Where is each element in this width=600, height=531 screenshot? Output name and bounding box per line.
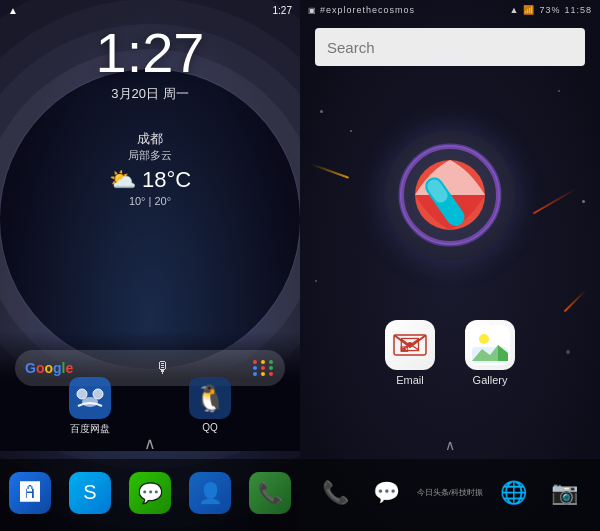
qq-app[interactable]: 🐧 QQ: [189, 377, 231, 436]
app-store-button[interactable]: 🅰: [9, 472, 51, 514]
message-button[interactable]: 💬: [366, 472, 408, 514]
globe-button[interactable]: 🌐: [492, 472, 534, 514]
email-label: Email: [396, 374, 424, 386]
weather-temp-range: 10° | 20°: [0, 195, 300, 207]
center-app[interactable]: [385, 130, 515, 260]
left-time-display: 1:27: [0, 25, 300, 81]
weather-city: 成都: [0, 130, 300, 148]
app-icon-svg: [395, 140, 505, 250]
left-date: 3月20日 周一: [0, 85, 300, 103]
phone-button-right[interactable]: 📞: [315, 472, 357, 514]
weather-condition: 局部多云: [0, 148, 300, 163]
right-time: 11:58: [564, 5, 592, 15]
app-icon-bg: [385, 130, 515, 260]
camera-icon: 📷: [551, 480, 578, 506]
left-phone: ▲ 1:27 1:27 3月20日 周一 成都 局部多云 ⛅ 18°C 10° …: [0, 0, 300, 531]
svg-point-1: [93, 389, 103, 399]
globe-icon: 🌐: [500, 480, 527, 506]
svg-point-2: [82, 397, 98, 407]
left-status-bar: ▲ 1:27: [0, 0, 300, 20]
right-nav-hint: ∧: [300, 437, 600, 453]
phone-button-left[interactable]: 📞: [249, 472, 291, 514]
message-icon: 💬: [373, 480, 400, 506]
left-status-icons: ▲: [8, 5, 18, 16]
phone-icon: 📞: [322, 480, 349, 506]
wifi-icon: ▲: [510, 5, 520, 15]
svg-text:✉: ✉: [400, 344, 409, 355]
svg-point-0: [77, 389, 87, 399]
wechat-button[interactable]: 💬: [129, 472, 171, 514]
weather-icon: ⛅: [109, 167, 136, 193]
right-app-row: ✉ Email Gallery: [300, 320, 600, 386]
right-search-bar[interactable]: [315, 28, 585, 66]
mic-icon[interactable]: 🎙: [155, 359, 171, 377]
right-phone: ▣ #explorethecosmos ▲ 📶 73% 11:58: [300, 0, 600, 531]
contacts-button[interactable]: 👤: [189, 472, 231, 514]
signal-icon: ▲: [8, 5, 18, 16]
hashtag-text: #explorethecosmos: [320, 5, 415, 15]
weather-widget: 成都 局部多云 ⛅ 18°C 10° | 20°: [0, 130, 300, 207]
watermark-text: 今日头条/科技时振: [417, 487, 483, 498]
left-clock: 1:27 3月20日 周一: [0, 25, 300, 103]
baidu-app[interactable]: 百度网盘: [69, 377, 111, 436]
right-status-right: ▲ 📶 73% 11:58: [510, 5, 592, 15]
left-time: 1:27: [273, 5, 292, 16]
sim-icon: ▣: [308, 6, 317, 15]
search-input[interactable]: [327, 39, 573, 56]
battery-percent: 73%: [539, 5, 560, 15]
email-icon: ✉: [385, 320, 435, 370]
svg-point-13: [479, 334, 489, 344]
signal-icon-right: 📶: [523, 5, 535, 15]
email-app[interactable]: ✉ Email: [385, 320, 435, 386]
grid-icon[interactable]: [253, 360, 275, 376]
google-logo: Google: [25, 360, 73, 376]
qq-icon: 🐧: [189, 377, 231, 419]
left-nav-hint: ∧: [0, 434, 300, 453]
right-status-bar: ▣ #explorethecosmos ▲ 📶 73% 11:58: [300, 0, 600, 20]
gallery-icon: [465, 320, 515, 370]
right-bottom-bar: 📞 💬 今日头条/科技时振 🌐 📷: [300, 459, 600, 531]
qq-label: QQ: [202, 422, 218, 433]
weather-temp: 18°C: [142, 167, 191, 193]
right-status-left: ▣ #explorethecosmos: [308, 5, 415, 15]
gallery-app[interactable]: Gallery: [465, 320, 515, 386]
weather-row: ⛅ 18°C: [0, 167, 300, 193]
source-text-area: 今日头条/科技时振: [417, 487, 483, 498]
camera-button[interactable]: 📷: [543, 472, 585, 514]
gallery-label: Gallery: [473, 374, 508, 386]
skype-button[interactable]: S: [69, 472, 111, 514]
baidu-icon: [69, 377, 111, 419]
left-dock-apps: 百度网盘 🐧 QQ: [0, 377, 300, 436]
left-bottom-bar: 🅰 S 💬 👤 📞: [0, 459, 300, 531]
